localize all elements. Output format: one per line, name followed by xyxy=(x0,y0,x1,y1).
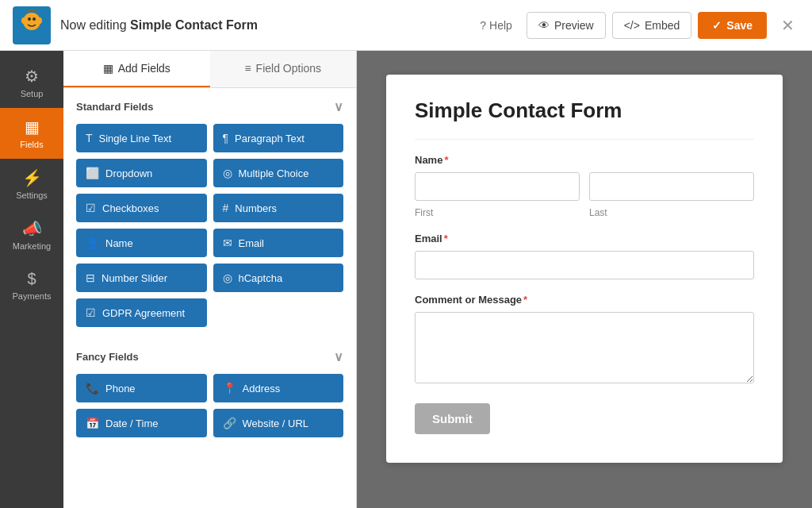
number-slider-icon: ⊟ xyxy=(86,271,95,284)
field-btn-hcaptcha[interactable]: ◎ hCaptcha xyxy=(213,264,344,292)
sidebar-item-label: Settings xyxy=(16,190,48,200)
fancy-fields-grid: 📞 Phone 📍 Address 📅 Date / Time 🔗 Websit… xyxy=(76,374,343,437)
first-label: First xyxy=(415,207,580,218)
save-button[interactable]: ✓ Save xyxy=(698,12,767,39)
eye-icon: 👁 xyxy=(538,19,550,32)
submit-button[interactable]: Submit xyxy=(415,403,490,434)
field-btn-dropdown[interactable]: ⬜ Dropdown xyxy=(76,159,207,187)
field-btn-single-line-text[interactable]: T Single Line Text xyxy=(76,124,207,152)
name-icon: 👤 xyxy=(86,237,99,249)
top-actions: ? Help 👁 Preview </> Embed ✓ Save ✕ xyxy=(472,11,799,40)
name-row: First Last xyxy=(415,172,754,218)
sidebar-item-label: Fields xyxy=(20,140,43,149)
panel-tabs: ▦ Add Fields ≡ Field Options xyxy=(63,51,356,88)
website-url-icon: 🔗 xyxy=(223,417,236,429)
sidebar-item-fields[interactable]: ▦ Fields xyxy=(0,108,63,159)
last-name-col: Last xyxy=(589,172,754,218)
single-line-text-icon: T xyxy=(86,132,93,144)
sidebar-item-marketing[interactable]: 📣 Marketing xyxy=(0,210,63,260)
fancy-fields-section: Fancy Fields ∨ 📞 Phone 📍 Address 📅 Date … xyxy=(63,338,356,448)
question-icon: ? xyxy=(480,19,486,32)
comment-textarea[interactable] xyxy=(415,312,754,383)
main-content: ⚙ Setup ▦ Fields ⚡ Settings 📣 Marketing … xyxy=(0,51,812,508)
topbar: Now editing Simple Contact Form ? Help 👁… xyxy=(0,0,812,51)
tab-field-options[interactable]: ≡ Field Options xyxy=(210,51,357,87)
first-name-col: First xyxy=(415,172,580,218)
email-input[interactable] xyxy=(415,251,754,279)
standard-fields-header: Standard Fields ∨ xyxy=(76,99,343,114)
fancy-fields-chevron[interactable]: ∨ xyxy=(334,349,343,364)
field-btn-number-slider[interactable]: ⊟ Number Slider xyxy=(76,264,207,292)
marketing-icon: 📣 xyxy=(22,219,42,238)
field-btn-address[interactable]: 📍 Address xyxy=(213,374,344,402)
svg-point-4 xyxy=(21,17,26,24)
svg-point-3 xyxy=(33,17,36,21)
email-field-group: Email* xyxy=(415,233,754,279)
setup-icon: ⚙ xyxy=(25,67,39,86)
sidebar: ⚙ Setup ▦ Fields ⚡ Settings 📣 Marketing … xyxy=(0,51,63,508)
field-btn-numbers[interactable]: # Numbers xyxy=(213,194,344,222)
field-btn-date-time[interactable]: 📅 Date / Time xyxy=(76,409,207,437)
preview-area: Simple Contact Form Name* First Last xyxy=(357,51,812,508)
last-name-input[interactable] xyxy=(589,172,754,201)
gdpr-icon: ☑ xyxy=(86,306,96,319)
standard-fields-chevron[interactable]: ∨ xyxy=(334,99,343,114)
svg-point-2 xyxy=(28,17,31,21)
settings-icon: ⚡ xyxy=(22,168,42,187)
add-fields-icon: ▦ xyxy=(103,62,113,75)
fields-icon: ▦ xyxy=(25,117,40,137)
dropdown-icon: ⬜ xyxy=(86,167,99,179)
close-button[interactable]: ✕ xyxy=(776,11,799,40)
comment-field-group: Comment or Message* xyxy=(415,294,754,386)
field-btn-email[interactable]: ✉ Email xyxy=(213,229,344,257)
form-title: Simple Contact Form xyxy=(415,98,754,123)
code-icon: </> xyxy=(624,19,640,32)
sidebar-item-label: Setup xyxy=(21,89,44,98)
embed-button[interactable]: </> Embed xyxy=(612,12,692,39)
svg-point-5 xyxy=(37,17,42,24)
standard-fields-section: Standard Fields ∨ T Single Line Text ¶ P… xyxy=(63,88,356,338)
address-icon: 📍 xyxy=(223,382,236,394)
phone-icon: 📞 xyxy=(86,382,99,394)
tab-add-fields[interactable]: ▦ Add Fields xyxy=(63,51,210,87)
app-logo xyxy=(13,6,51,44)
field-btn-multiple-choice[interactable]: ◎ Multiple Choice xyxy=(213,159,344,187)
field-btn-phone[interactable]: 📞 Phone xyxy=(76,374,207,402)
comment-label: Comment or Message* xyxy=(415,294,754,306)
sidebar-item-setup[interactable]: ⚙ Setup xyxy=(0,57,63,108)
date-time-icon: 📅 xyxy=(86,417,99,429)
sidebar-item-label: Payments xyxy=(13,291,52,301)
name-label: Name* xyxy=(415,154,754,166)
email-label: Email* xyxy=(415,233,754,244)
preview-button[interactable]: 👁 Preview xyxy=(527,12,606,39)
hcaptcha-icon: ◎ xyxy=(223,271,232,284)
fields-panel: ▦ Add Fields ≡ Field Options Standard Fi… xyxy=(63,51,357,508)
field-options-icon: ≡ xyxy=(244,62,251,75)
email-icon: ✉ xyxy=(223,237,232,249)
field-btn-name[interactable]: 👤 Name xyxy=(76,229,207,257)
form-card: Simple Contact Form Name* First Last xyxy=(386,75,783,463)
last-label: Last xyxy=(589,207,754,218)
sidebar-item-settings[interactable]: ⚡ Settings xyxy=(0,159,63,210)
field-btn-website-url[interactable]: 🔗 Website / URL xyxy=(213,409,344,437)
help-button[interactable]: ? Help xyxy=(472,14,520,37)
multiple-choice-icon: ◎ xyxy=(223,167,232,179)
editing-title: Now editing Simple Contact Form xyxy=(60,18,462,33)
checkmark-icon: ✓ xyxy=(712,19,722,32)
paragraph-text-icon: ¶ xyxy=(223,132,229,144)
sidebar-item-label: Marketing xyxy=(13,241,51,251)
field-btn-checkboxes[interactable]: ☑ Checkboxes xyxy=(76,194,207,222)
payments-icon: $ xyxy=(27,270,36,288)
fancy-fields-header: Fancy Fields ∨ xyxy=(76,349,343,364)
form-divider xyxy=(415,139,754,140)
name-field-group: Name* First Last xyxy=(415,154,754,218)
first-name-input[interactable] xyxy=(415,172,580,201)
field-btn-paragraph-text[interactable]: ¶ Paragraph Text xyxy=(213,124,344,152)
numbers-icon: # xyxy=(223,202,229,214)
sidebar-item-payments[interactable]: $ Payments xyxy=(0,260,63,310)
standard-fields-grid: T Single Line Text ¶ Paragraph Text ⬜ Dr… xyxy=(76,124,343,327)
field-btn-gdpr[interactable]: ☑ GDPR Agreement xyxy=(76,298,207,327)
checkboxes-icon: ☑ xyxy=(86,202,96,214)
